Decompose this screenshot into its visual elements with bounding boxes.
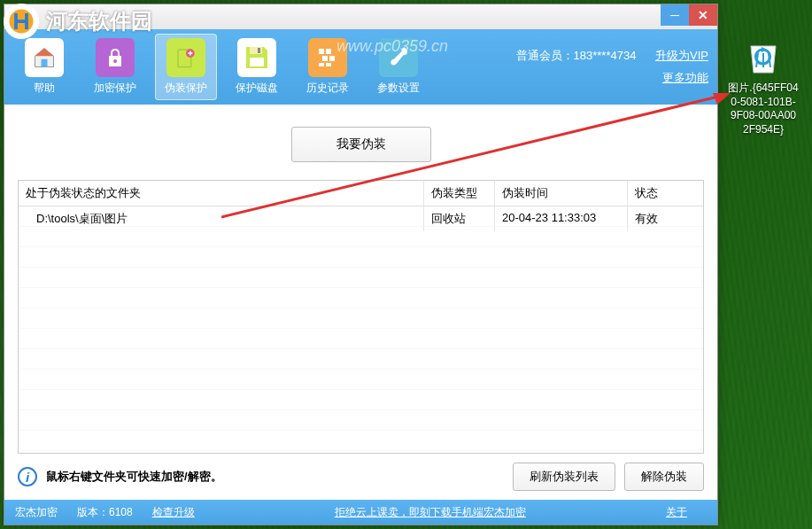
more-features-link[interactable]: 更多功能 xyxy=(662,71,708,84)
member-label: 普通会员： xyxy=(516,49,574,62)
col-time-header[interactable]: 伪装时间 xyxy=(495,181,628,206)
desktop-recycle-icon[interactable]: 图片.{645FF040-5081-101B-9F08-00AA002F954E… xyxy=(728,35,799,136)
about-link[interactable]: 关于 xyxy=(666,505,687,520)
toolbar-label: 伪装保护 xyxy=(165,81,207,96)
version: 版本：6108 xyxy=(77,505,133,520)
desktop-icon-label: 图片.{645FF040-5081-101B-9F08-00AA002F954E… xyxy=(728,82,799,136)
toolbar-label: 参数设置 xyxy=(377,81,420,96)
svg-rect-13 xyxy=(319,63,324,66)
content-area: 我要伪装 处于伪装状态的文件夹 伪装类型 伪装时间 状态 D:\tools\桌面… xyxy=(4,105,717,500)
toolbar-label: 历史记录 xyxy=(306,81,349,96)
watermark: 河东软件园 xyxy=(4,4,152,39)
member-id: 183****4734 xyxy=(574,49,637,62)
window-controls: ─ ✕ xyxy=(661,4,717,26)
toolbar-right: 普通会员：183****4734 升级为VIP 更多功能 xyxy=(516,45,708,89)
toolbar-disk[interactable]: 保护磁盘 xyxy=(226,34,288,100)
cell-folder: D:\tools\桌面\图片 xyxy=(19,206,424,231)
svg-rect-14 xyxy=(326,63,331,66)
watermark-text: 河东软件园 xyxy=(46,7,152,35)
toolbar-encrypt[interactable]: 加密保护 xyxy=(84,34,146,100)
floppy-icon xyxy=(237,38,276,77)
col-type-header[interactable]: 伪装类型 xyxy=(424,181,495,206)
svg-rect-7 xyxy=(250,58,264,66)
watermark-url: www.pc0359.cn xyxy=(336,37,448,56)
col-folder-header[interactable]: 处于伪装状态的文件夹 xyxy=(19,181,424,206)
table-header: 处于伪装状态的文件夹 伪装类型 伪装时间 状态 xyxy=(19,181,703,206)
table-row[interactable]: D:\tools\桌面\图片 回收站 20-04-23 11:33:03 有效 xyxy=(19,206,703,231)
svg-rect-12 xyxy=(329,56,335,61)
toolbar-label: 保护磁盘 xyxy=(236,81,278,96)
watermark-logo xyxy=(4,4,39,39)
app-name: 宏杰加密 xyxy=(15,505,58,520)
close-button[interactable]: ✕ xyxy=(689,4,717,26)
toolbar-label: 帮助 xyxy=(34,81,55,96)
check-update-link[interactable]: 检查升级 xyxy=(152,505,195,520)
toolbar-label: 加密保护 xyxy=(94,81,136,96)
cell-status: 有效 xyxy=(628,206,703,231)
lock-icon xyxy=(96,38,135,77)
svg-rect-8 xyxy=(258,48,260,53)
remove-disguise-button[interactable]: 解除伪装 xyxy=(624,463,704,491)
upgrade-vip-link[interactable]: 升级为VIP xyxy=(655,49,708,62)
bottom-bar: i 鼠标右键文件夹可快速加密/解密。 刷新伪装列表 解除伪装 xyxy=(18,463,704,491)
recycle-bin-icon xyxy=(742,35,785,78)
toolbar-help[interactable]: 帮助 xyxy=(13,34,75,100)
statusbar: 宏杰加密 版本：6108 检查升级 拒绝云上课卖，即刻下载手机端宏杰加密 关于 xyxy=(4,500,717,525)
cell-time: 20-04-23 11:33:03 xyxy=(495,206,628,231)
svg-rect-10 xyxy=(326,49,331,54)
toolbar-disguise[interactable]: 伪装保护 xyxy=(155,34,217,100)
disguise-button[interactable]: 我要伪装 xyxy=(291,127,431,162)
svg-rect-11 xyxy=(322,56,328,61)
table-body[interactable]: D:\tools\桌面\图片 回收站 20-04-23 11:33:03 有效 xyxy=(19,206,703,453)
minimize-button[interactable]: ─ xyxy=(661,4,689,26)
refresh-button[interactable]: 刷新伪装列表 xyxy=(513,463,615,491)
home-icon xyxy=(25,38,64,77)
app-window: ─ ✕ 帮助 加密保护 伪装保护 保护磁盘 xyxy=(4,4,718,525)
disguise-table: 处于伪装状态的文件夹 伪装类型 伪装时间 状态 D:\tools\桌面\图片 回… xyxy=(18,180,704,454)
svg-rect-1 xyxy=(42,59,48,67)
tip-text: 鼠标右键文件夹可快速加密/解密。 xyxy=(46,469,222,485)
cell-type: 回收站 xyxy=(424,206,495,231)
svg-point-2 xyxy=(113,59,117,63)
promo-link[interactable]: 拒绝云上课卖，即刻下载手机端宏杰加密 xyxy=(335,505,526,520)
svg-rect-9 xyxy=(319,49,324,54)
book-icon xyxy=(166,38,205,77)
col-status-header[interactable]: 状态 xyxy=(628,181,703,206)
info-icon: i xyxy=(18,467,37,486)
